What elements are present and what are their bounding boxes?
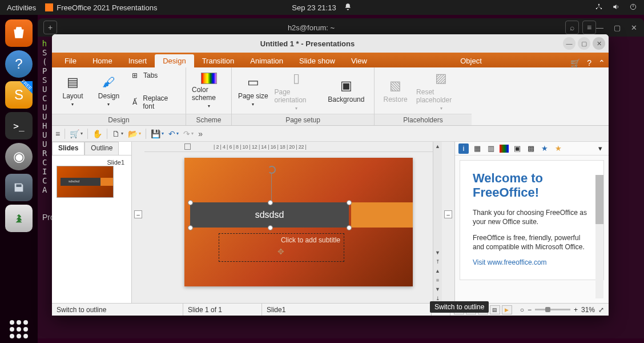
window-minimize[interactable]: — bbox=[563, 37, 575, 50]
tab-transition[interactable]: Transition bbox=[194, 54, 243, 67]
collapse-panel-toggle[interactable]: – bbox=[134, 210, 142, 218]
restore-button[interactable]: ▧Restore bbox=[380, 78, 410, 103]
tabs-button[interactable]: ⊞Tabs bbox=[130, 70, 180, 81]
scroll-down-icon[interactable]: ▼ bbox=[433, 248, 442, 257]
status-switch-outline[interactable]: Switch to outline bbox=[52, 304, 183, 316]
tab-design[interactable]: Design bbox=[155, 54, 194, 67]
cart-icon[interactable]: 🛒 bbox=[567, 58, 583, 67]
rotate-handle[interactable] bbox=[268, 166, 276, 174]
qat-save-icon[interactable]: 💾▾ bbox=[151, 129, 164, 138]
slide[interactable]: sdsdsd Click to add subtitle ✥ bbox=[184, 158, 413, 286]
view-present-icon[interactable]: ▶ bbox=[502, 305, 512, 314]
dock-show-apps[interactable] bbox=[5, 316, 33, 343]
zoom-out-icon[interactable]: − bbox=[528, 306, 532, 314]
page-down-icon[interactable]: ▼ bbox=[433, 285, 442, 294]
activities-button[interactable]: Activities bbox=[7, 3, 36, 12]
dock-presentations[interactable]: SFREE bbox=[5, 81, 33, 109]
selection-handle[interactable] bbox=[188, 225, 193, 230]
qat-align-icon[interactable]: ≡ bbox=[55, 129, 60, 138]
star-gold-icon[interactable]: ★ bbox=[553, 143, 564, 154]
info-tab-icon[interactable]: i bbox=[458, 143, 469, 154]
scroll-up-icon[interactable]: ▲ bbox=[433, 142, 442, 151]
tab-animation[interactable]: Animation bbox=[242, 54, 291, 67]
window-maximize[interactable]: ▢ bbox=[578, 37, 590, 50]
page-size-button[interactable]: ▭Page size▾ bbox=[238, 74, 268, 107]
slide-canvas[interactable]: sdsdsd Click to add subtitle ✥ bbox=[144, 152, 433, 303]
side-menu-icon[interactable]: ▾ bbox=[595, 143, 605, 154]
terminal-minimize[interactable]: — bbox=[596, 23, 603, 32]
layout-button[interactable]: ▤Layout▾ bbox=[58, 74, 88, 107]
selection-handle[interactable] bbox=[347, 200, 352, 205]
dock-save[interactable] bbox=[5, 174, 33, 201]
tab-slideshow[interactable]: Slide show bbox=[291, 54, 343, 67]
view-tab-slides[interactable]: Slides bbox=[52, 142, 84, 155]
qat-redo-icon[interactable]: ↷▾ bbox=[183, 129, 194, 138]
tab-object[interactable]: Object bbox=[452, 54, 490, 67]
tab-view[interactable]: View bbox=[343, 54, 375, 67]
properties-tab-icon[interactable]: ▦ bbox=[472, 143, 482, 154]
dock-help[interactable]: ? bbox=[5, 50, 33, 78]
app-indicator[interactable]: FreeOffice 2021 Presentations bbox=[45, 3, 157, 12]
selection-handle[interactable] bbox=[347, 225, 352, 230]
tab-file[interactable]: File bbox=[57, 54, 84, 67]
qat-overflow-icon[interactable]: » bbox=[198, 129, 203, 138]
dock-software-center[interactable] bbox=[5, 19, 33, 47]
qat-new-icon[interactable]: 🗋▾ bbox=[112, 129, 123, 138]
dock-disc[interactable]: ◉ bbox=[5, 143, 33, 170]
view-notes-icon[interactable]: ▤ bbox=[490, 305, 500, 314]
view-tab-outline[interactable]: Outline bbox=[84, 142, 119, 155]
terminal-maximize[interactable]: ▢ bbox=[614, 23, 621, 32]
terminal-search[interactable]: ⌕ bbox=[565, 21, 579, 34]
zoom-fit-icon[interactable]: ○ bbox=[520, 306, 524, 314]
replace-font-button[interactable]: ẤReplace font bbox=[130, 93, 180, 111]
nav-menu-icon[interactable]: ≡ bbox=[433, 276, 442, 285]
window-close[interactable]: ✕ bbox=[593, 37, 605, 50]
tab-home[interactable]: Home bbox=[84, 54, 120, 67]
color-tab-icon[interactable] bbox=[500, 145, 509, 153]
star-blue-icon[interactable]: ★ bbox=[540, 143, 550, 154]
zoom-value[interactable]: 31% bbox=[581, 306, 595, 314]
layout-tab-icon[interactable]: ▥ bbox=[486, 143, 496, 154]
qat-undo-icon[interactable]: ↶▾ bbox=[168, 129, 179, 138]
title-textbox[interactable]: sdsdsd bbox=[190, 202, 349, 228]
color-scheme-button[interactable]: Color scheme▾ bbox=[192, 73, 226, 109]
terminal-menu[interactable]: ≡ bbox=[582, 21, 596, 34]
slide-thumbnail[interactable]: sdsdsd bbox=[57, 166, 114, 198]
selection-handle[interactable] bbox=[268, 225, 273, 230]
clock[interactable]: Sep 23 21:13 bbox=[292, 3, 336, 12]
media-tab-icon[interactable]: ▣ bbox=[512, 143, 522, 154]
terminal-close[interactable]: ✕ bbox=[631, 23, 637, 32]
power-icon[interactable] bbox=[629, 3, 637, 13]
page-orientation-button[interactable]: ▯Page orientation▾ bbox=[274, 70, 318, 111]
qat-pan-icon[interactable]: ✋ bbox=[92, 129, 102, 138]
animation-tab-icon[interactable]: ▩ bbox=[526, 143, 536, 154]
terminal-new-tab[interactable]: + bbox=[43, 21, 57, 34]
welcome-link[interactable]: Visit www.freeoffice.com bbox=[473, 258, 547, 266]
tab-insert[interactable]: Insert bbox=[120, 54, 155, 67]
notification-bell-icon[interactable] bbox=[344, 3, 352, 13]
selection-handle[interactable] bbox=[268, 200, 273, 205]
page-up-icon[interactable]: ▲ bbox=[433, 266, 442, 276]
horizontal-ruler[interactable]: | 2 | 4 | 6 | 8 | 10 | 12 | 14 | 16 | 18… bbox=[144, 142, 433, 152]
side-panel: i ▦ ▥ ▣ ▩ ★ ★ ▾ Welcome to FreeOffice! T… bbox=[454, 142, 609, 303]
zoom-in-icon[interactable]: + bbox=[574, 306, 578, 314]
qat-cart-icon[interactable]: 🛒▾ bbox=[70, 129, 83, 138]
zoom-expand-icon[interactable]: ⤢ bbox=[598, 306, 604, 314]
page-orientation-icon: ▯ bbox=[293, 70, 300, 86]
help-icon[interactable]: ? bbox=[583, 58, 595, 67]
dock-trash[interactable] bbox=[5, 205, 33, 232]
volume-icon[interactable] bbox=[612, 3, 620, 13]
network-icon[interactable] bbox=[595, 3, 603, 13]
reset-placeholder-button[interactable]: ▨Reset placeholder▾ bbox=[416, 70, 466, 111]
collapse-sidepanel-toggle[interactable]: – bbox=[444, 210, 452, 218]
background-button[interactable]: ▣Background bbox=[324, 78, 368, 103]
prev-slide-icon[interactable]: ⤒ bbox=[433, 257, 442, 266]
side-panel-scrollbar[interactable] bbox=[595, 175, 603, 298]
dock-terminal[interactable]: >_ bbox=[5, 112, 33, 139]
vertical-scrollbar[interactable]: ▲ ▼ ⤒ ▲ ≡ ▼ ⤓ bbox=[433, 142, 442, 303]
qat-open-icon[interactable]: 📂▾ bbox=[128, 129, 141, 138]
selection-handle[interactable] bbox=[188, 200, 193, 205]
zoom-slider[interactable] bbox=[535, 309, 570, 310]
collapse-ribbon-icon[interactable]: ⌃ bbox=[595, 58, 609, 67]
design-button[interactable]: 🖌Design▾ bbox=[94, 74, 124, 107]
